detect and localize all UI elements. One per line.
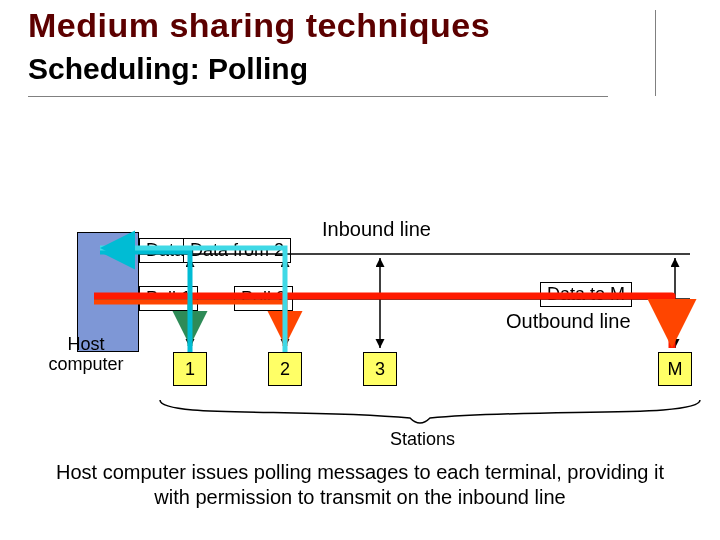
inbound-line-label: Inbound line xyxy=(322,218,431,241)
data-from-2-box: Data from 2 xyxy=(183,238,291,263)
header-vertical-rule xyxy=(655,10,656,96)
station-2: 2 xyxy=(268,352,302,386)
stations-label: Stations xyxy=(390,429,455,450)
poll-2-box: Poll 2 xyxy=(234,286,293,311)
data-to-m-box: Data to M xyxy=(540,282,632,307)
host-computer-label: Host computer xyxy=(36,335,136,375)
host-label-line2: computer xyxy=(48,354,123,374)
station-3: 3 xyxy=(363,352,397,386)
station-1: 1 xyxy=(173,352,207,386)
page-subtitle: Scheduling: Polling xyxy=(28,52,308,86)
station-m: M xyxy=(658,352,692,386)
page-title: Medium sharing techniques xyxy=(28,6,490,45)
outbound-line-label: Outbound line xyxy=(506,310,631,333)
slide-caption: Host computer issues polling messages to… xyxy=(40,460,680,510)
poll-1-box: Poll 1 xyxy=(139,286,198,311)
header-horizontal-rule xyxy=(28,96,608,97)
host-label-line1: Host xyxy=(67,334,104,354)
